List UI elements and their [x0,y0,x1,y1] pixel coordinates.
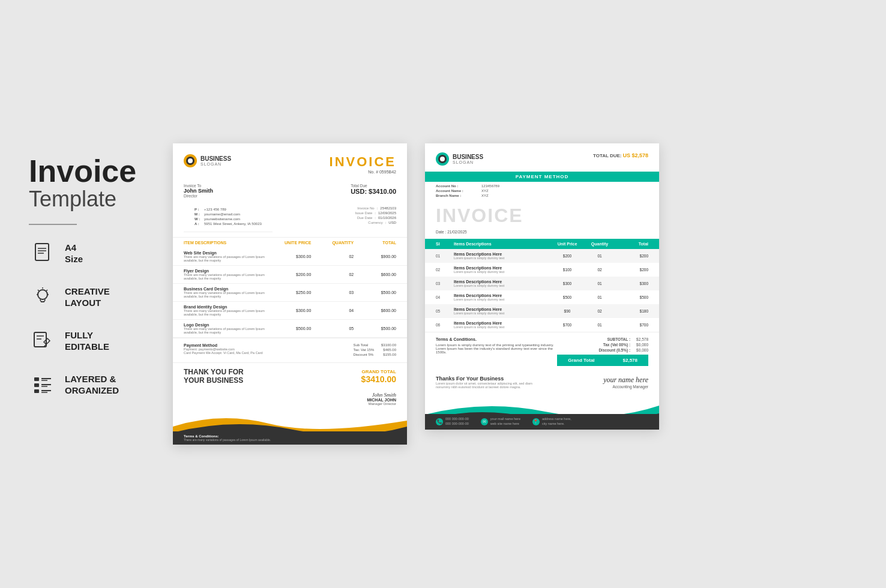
svg-point-4 [38,290,47,299]
inv1-payment-right: Sub Total$3100.00 Tax: Vat 15%$465.00 Di… [353,343,396,358]
table-row: Logo DesignThere are many variations of … [173,320,407,338]
table-row: Business Card DesignThere are many varia… [173,284,407,302]
feature-a4-text: A4Size [65,242,83,265]
inv2-invoice-block: INVOICE Date : 21/02/2025 [425,201,659,239]
invoice-template-1: BUSINESS SLOGAN INVOICE No. # 0595B42 In… [173,143,407,445]
table-row: 03 Items Descriptions HereLorem ipsum is… [425,277,659,290]
svg-line-9 [46,290,47,291]
inv1-title: INVOICE No. # 0595B42 [330,154,396,174]
inv2-footer-bar: 📞 000 000-000-00000 000-000-00 ✉ your ma… [425,414,659,429]
inv1-payment-left: Payment Method Payment: payments@website… [184,343,263,358]
inv1-wave-footer: Terms & Conditions: There are many varia… [173,409,407,445]
table-row: Web Site DesignThere are many variations… [173,248,407,266]
inv2-payment-bar: PAYMENT METHOD [425,172,659,182]
inv1-footer-bar: Terms & Conditions: There are many varia… [173,431,407,445]
svg-line-10 [38,290,39,291]
inv2-header: BUSINESS SLOGAN TOTAL DUE: US $2,578 [425,143,659,172]
inv1-contact: P :+123 456 789 M :yourname@email.com W … [184,205,273,232]
inv2-bottom-section: Terms & Conditions. Lorem Ipsum is simpl… [425,332,659,371]
inv2-thanks-section: Thanks For Your Business Lorem ipsum dol… [425,371,659,394]
table-row: 02 Items Descriptions HereLorem ipsum is… [425,263,659,277]
table-row: 05 Items Descriptions HereLorem ipsum is… [425,304,659,318]
inv2-table-header: SI Items Descriptions Unit Price Quantit… [425,239,659,249]
inv2-signature: your name here Accounting Manager [603,376,648,389]
inv1-contact-wrapper: P :+123 456 789 M :yourname@email.com W … [173,203,407,238]
inv1-logo-text: BUSINESS SLOGAN [200,155,231,166]
inv1-to-section: Invoice To John Smith Director Total Due… [173,180,407,203]
footer-email: ✉ your mail name hereweb site name here [481,417,520,426]
inv2-total-due: TOTAL DUE: US $2,578 [593,152,648,158]
svg-rect-0 [35,244,49,260]
layers-icon [29,371,56,398]
inv1-grand-total: GRAND TOTAL $3410.00 [361,369,396,384]
svg-rect-11 [34,332,46,347]
inv1-payment-section: Payment Method Payment: payments@website… [173,338,407,363]
inv1-thank-you: THANK YOU FOR YOUR BUSINESS [184,368,244,385]
inv1-right-details: Invoice No:25482103 Issue Date:12/09/202… [355,205,396,232]
sidebar-title-template: Template [29,187,149,212]
table-row: Brand Identity DesignThere are many vari… [173,302,407,320]
inv2-payment-details: Account No :123456789 Account Name :XYZ … [425,182,659,201]
inv1-to-right: Total Due USD: $3410.00 [351,184,396,198]
lightbulb-icon [29,284,56,311]
feature-editable-text: FULLYEDITABLE [65,329,109,353]
feature-creative: CREATIVELAYOUT [29,284,149,311]
phone-icon: 📞 [436,418,443,425]
inv1-header: BUSINESS SLOGAN INVOICE No. # 0595B42 [173,143,407,180]
inv1-logo-icon [184,154,197,167]
footer-address: 📍 address name here,city name here. [532,417,571,426]
location-icon: 📍 [532,418,540,425]
feature-layered-text: LAYERED &ORGANIZED [65,373,119,397]
inv2-wave-footer: 📞 000 000-000-00000 000-000-00 ✉ your ma… [425,397,659,430]
feature-a4: A4Size [29,240,149,267]
inv2-thanks: Thanks For Your Business Lorem ipsum dol… [436,376,544,389]
inv1-logo: BUSINESS SLOGAN [184,154,231,167]
table-row: Flyer DesignThere are many variations of… [173,266,407,284]
inv1-table-header: ITEM DESCRIPTIONS UNITE PRICE QUANTITY T… [173,238,407,248]
feature-layered: LAYERED &ORGANIZED [29,371,149,398]
page-wrapper: Invoice Template A4Size [23,143,863,445]
invoice-template-2: BUSINESS SLOGAN TOTAL DUE: US $2,578 PAY… [425,143,659,430]
inv1-to-left: Invoice To John Smith Director [184,184,213,198]
feature-editable: FULLYEDITABLE [29,328,149,355]
inv1-signature: John Smith MICHAL JOHN Manager Director [173,389,407,406]
email-icon: ✉ [481,418,488,425]
inv2-summary: SUBTOTAL :$2,578 Tax (Vat 00%) :$0,000 D… [557,337,648,366]
svg-rect-18 [34,383,39,387]
svg-rect-21 [34,389,39,393]
footer-phone: 📞 000 000-000-00000 000-000-00 [436,417,469,426]
table-row: 04 Items Descriptions HereLorem ipsum is… [425,290,659,304]
sidebar-title-invoice: Invoice [29,155,149,187]
inv2-grand-bar: Grand Total $2,578 [557,355,648,366]
inv2-terms: Terms & Conditions. Lorem Ipsum is simpl… [436,337,557,366]
edit-icon [29,328,56,355]
feature-creative-text: CREATIVELAYOUT [65,286,110,309]
inv2-logo-text: BUSINESS SLOGAN [453,154,483,164]
inv1-footer-top: THANK YOU FOR YOUR BUSINESS GRAND TOTAL … [173,363,407,390]
inv2-logo-icon [436,152,449,166]
sidebar-divider [29,224,77,225]
sidebar: Invoice Template A4Size [23,143,155,427]
svg-rect-15 [34,377,39,381]
inv2-logo: BUSINESS SLOGAN [436,152,483,166]
table-row: 06 Items Descriptions HereLorem ipsum is… [425,318,659,332]
table-row: 01 Items Descriptions HereLorem ipsum is… [425,249,659,263]
document-icon [29,240,56,267]
